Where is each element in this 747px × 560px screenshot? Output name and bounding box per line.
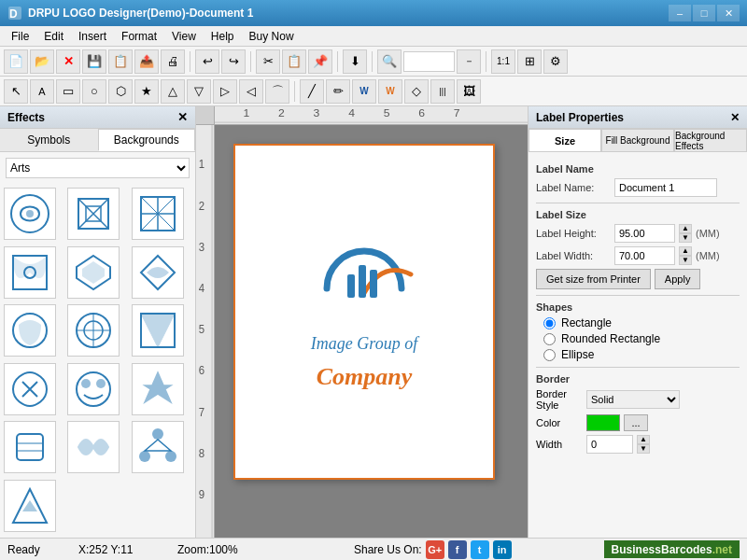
effect-item[interactable] (4, 421, 56, 473)
tool-arrow-down[interactable]: ▽ (187, 79, 211, 104)
width-up-button[interactable]: ▲ (679, 246, 692, 256)
shape-rectangle-label: Rectangle (561, 316, 612, 329)
effect-item[interactable] (4, 246, 56, 299)
tool-select[interactable]: ↖ (4, 79, 28, 104)
menu-file[interactable]: File (4, 28, 36, 45)
new-button[interactable]: 📄 (4, 49, 28, 74)
shape-rectangle-radio[interactable] (543, 317, 556, 329)
shape-rounded-radio[interactable] (543, 333, 556, 345)
minimize-button[interactable]: – (669, 5, 691, 21)
height-spinner[interactable]: ▲ ▼ (679, 224, 692, 243)
tab-backgrounds[interactable]: Backgrounds (98, 129, 196, 151)
border-style-select[interactable]: Solid Dashed Dotted Double (586, 390, 680, 409)
menu-format[interactable]: Format (114, 28, 164, 45)
border-color-swatch[interactable] (586, 414, 620, 431)
menu-edit[interactable]: Edit (36, 28, 71, 45)
cut-button[interactable]: ✂ (256, 49, 280, 74)
tool-wordart[interactable]: W (378, 79, 402, 104)
close-doc-button[interactable]: ✕ (56, 49, 80, 74)
effects-category-select[interactable]: Arts Nature Business Abstract (6, 158, 190, 178)
save-as-button[interactable]: 📋 (108, 49, 133, 74)
open-button[interactable]: 📂 (30, 49, 54, 74)
border-color-picker-button[interactable]: ... (624, 414, 648, 431)
rp-tab-size[interactable]: Size (529, 129, 601, 151)
print-setup-button[interactable]: 🖨 (161, 49, 185, 74)
effect-item[interactable] (4, 480, 56, 532)
effect-item[interactable] (67, 363, 120, 415)
effect-item[interactable] (67, 421, 120, 473)
tool-arrow-right[interactable]: ▷ (213, 79, 237, 104)
effects-panel-close[interactable]: ✕ (177, 110, 188, 124)
effect-item[interactable] (67, 188, 120, 240)
get-size-printer-button[interactable]: Get size from Printer (536, 269, 651, 289)
effect-item[interactable] (132, 421, 184, 473)
import-button[interactable]: ⬇ (343, 49, 367, 74)
width-down-button[interactable]: ▼ (679, 256, 692, 265)
right-panel-close[interactable]: ✕ (730, 111, 740, 124)
social-google-icon[interactable]: G+ (426, 540, 444, 559)
border-width-input[interactable] (586, 435, 633, 454)
paste-button[interactable]: 📌 (308, 49, 332, 74)
tool-star[interactable]: ★ (134, 79, 159, 104)
width-spinner[interactable]: ▲ ▼ (679, 246, 692, 265)
height-input[interactable] (614, 224, 675, 243)
close-button[interactable]: ✕ (717, 5, 740, 21)
maximize-button[interactable]: □ (693, 5, 715, 21)
effect-item[interactable] (67, 246, 120, 299)
zoom-in-button[interactable]: 🔍 (377, 49, 402, 74)
effect-item[interactable] (4, 304, 56, 357)
apply-button[interactable]: Apply (655, 269, 701, 289)
zoom-out-button[interactable]: － (457, 49, 481, 74)
border-width-spinner[interactable]: ▲ ▼ (637, 435, 650, 454)
tool-rect[interactable]: ▭ (56, 79, 80, 104)
settings-button[interactable]: ⚙ (543, 49, 568, 74)
redo-button[interactable]: ↪ (221, 49, 246, 74)
save-button[interactable]: 💾 (82, 49, 106, 74)
zoom-input[interactable]: 100% (403, 51, 455, 72)
height-up-button[interactable]: ▲ (679, 224, 692, 233)
tool-clip[interactable]: 🖼 (457, 79, 481, 104)
tool-polygon[interactable]: ⬡ (108, 79, 133, 104)
canvas-scroll[interactable]: Image Group of Company (215, 125, 528, 538)
rp-tab-fill[interactable]: Fill Background (601, 129, 674, 151)
menu-buynow[interactable]: Buy Now (242, 28, 302, 45)
height-down-button[interactable]: ▼ (679, 233, 692, 243)
rp-tab-effects[interactable]: Background Effects (674, 129, 747, 151)
tool-curve[interactable]: ⌒ (265, 79, 289, 104)
shape-ellipse-radio[interactable] (543, 349, 556, 361)
social-facebook-icon[interactable]: f (448, 540, 467, 559)
border-width-up[interactable]: ▲ (637, 435, 650, 444)
tool-word[interactable]: W (352, 79, 376, 104)
border-width-down[interactable]: ▼ (637, 444, 650, 454)
effect-item[interactable] (4, 363, 56, 415)
grid-button[interactable]: ⊞ (517, 49, 542, 74)
tool-barcode[interactable]: ||| (430, 79, 455, 104)
tool-ellipse[interactable]: ○ (82, 79, 106, 104)
divider-1 (536, 203, 740, 203)
label-name-input[interactable] (614, 178, 717, 197)
menu-help[interactable]: Help (204, 28, 242, 45)
effect-item[interactable] (132, 246, 184, 299)
copy-button[interactable]: 📋 (282, 49, 306, 74)
social-linkedin-icon[interactable]: in (493, 540, 512, 559)
tool-shape2[interactable]: ◇ (404, 79, 429, 104)
effect-item[interactable] (4, 188, 56, 240)
menu-insert[interactable]: Insert (71, 28, 114, 45)
tool-arrow-left[interactable]: ◁ (239, 79, 263, 104)
effect-item[interactable] (132, 363, 184, 415)
effect-item[interactable] (132, 188, 184, 240)
fit-page-button[interactable]: 1:1 (491, 49, 515, 74)
undo-button[interactable]: ↩ (195, 49, 219, 74)
shape-ellipse-row: Ellipse (543, 348, 740, 361)
menu-view[interactable]: View (164, 28, 204, 45)
tool-arrow-up[interactable]: △ (161, 79, 185, 104)
tool-pen[interactable]: ✏ (326, 79, 350, 104)
effect-item[interactable] (132, 304, 184, 357)
width-input[interactable] (614, 246, 675, 265)
tab-symbols[interactable]: Symbols (0, 129, 98, 151)
tool-text[interactable]: A (30, 79, 54, 104)
export-button[interactable]: 📤 (134, 49, 159, 74)
social-twitter-icon[interactable]: t (471, 540, 489, 559)
effect-item[interactable] (67, 304, 120, 357)
tool-line[interactable]: ╱ (300, 79, 324, 104)
